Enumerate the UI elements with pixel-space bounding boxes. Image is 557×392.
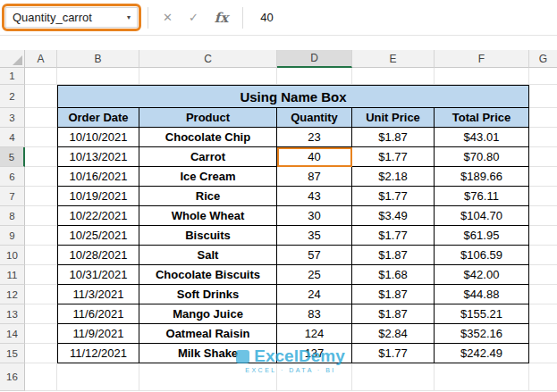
cell-E7[interactable]: $1.77 [352,187,435,206]
cell-D13[interactable]: 83 [277,304,352,324]
cell-A5[interactable] [25,147,57,167]
row-header-11[interactable]: 11 [0,265,25,285]
row-header-4[interactable]: 4 [0,128,25,147]
cell-C14[interactable]: Oatmeal Raisin [139,324,277,344]
cell-B11[interactable]: 10/31/2021 [57,265,139,285]
table-title[interactable]: Using Name Box [57,85,529,108]
cell-F15[interactable]: $242.49 [435,344,529,363]
cell-B16[interactable] [57,363,139,391]
cell-A6[interactable] [25,167,57,187]
column-header-C[interactable]: C [139,50,277,68]
cell-G2[interactable] [529,85,557,108]
cell-G5[interactable] [529,147,557,167]
cell-D10[interactable]: 57 [277,246,352,265]
cell-D5[interactable]: 40 [277,147,352,167]
cell-A1[interactable] [25,68,57,85]
cell-B4[interactable]: 10/10/2021 [57,128,139,147]
cell-F7[interactable]: $76.11 [435,187,529,206]
cell-G3[interactable] [529,108,557,128]
cell-A12[interactable] [25,285,57,304]
cell-B13[interactable]: 11/6/2021 [57,304,139,324]
cell-E5[interactable]: $1.77 [352,147,435,167]
cell-F16[interactable] [435,363,529,391]
row-header-13[interactable]: 13 [0,304,25,324]
cell-E10[interactable]: $1.87 [352,246,435,265]
cell-D1[interactable] [277,68,352,85]
cell-A9[interactable] [25,226,57,246]
row-header-15[interactable]: 15 [0,344,25,363]
cell-F5[interactable]: $70.80 [435,147,529,167]
cell-B3[interactable]: Order Date [57,108,139,128]
row-header-9[interactable]: 9 [0,226,25,246]
cell-G6[interactable] [529,167,557,187]
cell-D16[interactable] [277,363,352,391]
cell-E8[interactable]: $3.49 [352,206,435,226]
cell-F6[interactable]: $189.66 [435,167,529,187]
cell-G9[interactable] [529,226,557,246]
cell-E13[interactable]: $1.87 [352,304,435,324]
cell-G4[interactable] [529,128,557,147]
cell-G15[interactable] [529,344,557,363]
cell-B9[interactable]: 10/25/2021 [57,226,139,246]
row-header-6[interactable]: 6 [0,167,25,187]
cell-A11[interactable] [25,265,57,285]
cell-C3[interactable]: Product [139,108,277,128]
cell-C13[interactable]: Mango Juice [139,304,277,324]
row-header-10[interactable]: 10 [0,246,25,265]
cell-B1[interactable] [57,68,139,85]
enter-icon[interactable]: ✓ [181,11,207,24]
chevron-down-icon[interactable]: ▾ [121,13,137,21]
cell-D9[interactable]: 35 [277,226,352,246]
cell-D4[interactable]: 23 [277,128,352,147]
cell-C1[interactable] [139,68,277,85]
cell-F12[interactable]: $44.88 [435,285,529,304]
cell-E4[interactable]: $1.87 [352,128,435,147]
cell-E11[interactable]: $1.68 [352,265,435,285]
cell-F8[interactable]: $104.70 [435,206,529,226]
select-all-button[interactable] [0,50,25,68]
cell-A7[interactable] [25,187,57,206]
cell-F11[interactable]: $42.00 [435,265,529,285]
formula-bar-input[interactable]: 40 [249,11,273,24]
cell-F13[interactable]: $155.21 [435,304,529,324]
cell-G11[interactable] [529,265,557,285]
cell-G1[interactable] [529,68,557,85]
column-header-E[interactable]: E [352,50,435,68]
cell-B5[interactable]: 10/13/2021 [57,147,139,167]
column-header-B[interactable]: B [57,50,139,68]
cell-B8[interactable]: 10/22/2021 [57,206,139,226]
cell-F3[interactable]: Total Price [435,108,529,128]
cell-F4[interactable]: $43.01 [435,128,529,147]
name-box[interactable]: Quantity_carrot ▾ [5,7,138,28]
cell-A16[interactable] [25,363,57,391]
cell-C8[interactable]: Whole Wheat [139,206,277,226]
cell-D7[interactable]: 43 [277,187,352,206]
cell-D8[interactable]: 30 [277,206,352,226]
cell-D6[interactable]: 87 [277,167,352,187]
cell-A4[interactable] [25,128,57,147]
row-header-8[interactable]: 8 [0,206,25,226]
cell-F1[interactable] [435,68,529,85]
insert-function-icon[interactable]: fx [207,10,236,26]
cell-G16[interactable] [529,363,557,391]
cell-E15[interactable]: $1.77 [352,344,435,363]
row-header-3[interactable]: 3 [0,108,25,128]
cell-C9[interactable]: Biscuits [139,226,277,246]
cell-E6[interactable]: $2.18 [352,167,435,187]
column-header-A[interactable]: A [25,50,57,68]
cell-B14[interactable]: 11/9/2021 [57,324,139,344]
cell-D11[interactable]: 25 [277,265,352,285]
cell-E14[interactable]: $2.84 [352,324,435,344]
cell-G14[interactable] [529,324,557,344]
row-header-12[interactable]: 12 [0,285,25,304]
cell-A10[interactable] [25,246,57,265]
cell-F14[interactable]: $352.16 [435,324,529,344]
column-header-D[interactable]: D [277,50,352,68]
cancel-icon[interactable]: ✕ [155,11,181,24]
cell-B6[interactable]: 10/16/2021 [57,167,139,187]
row-header-7[interactable]: 7 [0,187,25,206]
cell-G7[interactable] [529,187,557,206]
cell-C6[interactable]: Ice Cream [139,167,277,187]
cell-C4[interactable]: Chocolate Chip [139,128,277,147]
cell-B12[interactable]: 11/3/2021 [57,285,139,304]
